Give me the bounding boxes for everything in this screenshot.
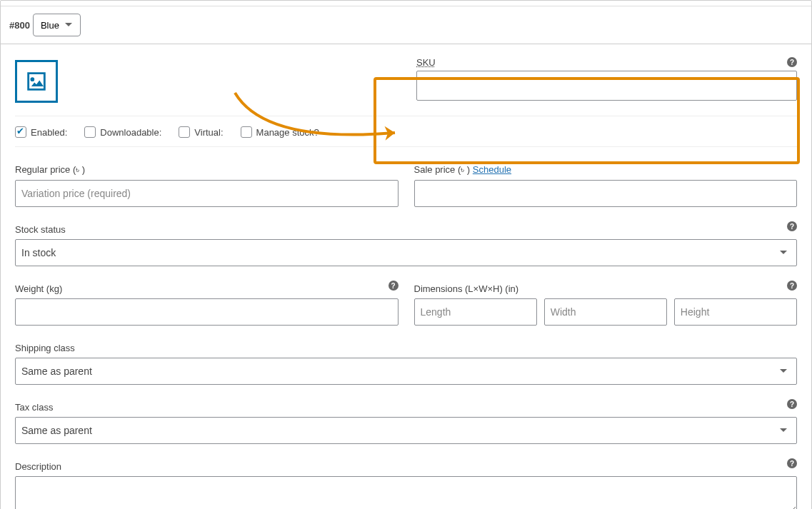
shipping-class-select[interactable]: Same as parent — [15, 358, 797, 385]
image-icon — [24, 69, 49, 94]
dimensions-help-icon[interactable]: ? — [787, 281, 797, 291]
stock-status-select[interactable]: In stock — [15, 239, 797, 266]
dimensions-label: Dimensions (L×W×H) (in) — [414, 283, 798, 294]
tax-class-select[interactable]: Same as parent — [15, 417, 797, 444]
sku-input[interactable] — [416, 71, 797, 101]
description-label: Description — [15, 461, 797, 472]
description-help-icon[interactable]: ? — [787, 458, 797, 468]
manage-stock-checkbox-wrap[interactable]: Manage stock? — [241, 126, 319, 138]
weight-label: Weight (kg) — [15, 283, 399, 294]
virtual-label: Virtual: — [194, 127, 223, 138]
width-input[interactable] — [544, 298, 667, 326]
manage-stock-checkbox[interactable] — [241, 126, 252, 138]
sku-label: SKU — [416, 57, 436, 68]
virtual-checkbox-wrap[interactable]: Virtual: — [179, 126, 223, 138]
manage-stock-label: Manage stock? — [256, 127, 319, 138]
shipping-class-label: Shipping class — [15, 343, 797, 353]
description-textarea[interactable] — [15, 476, 797, 509]
enabled-label: Enabled: — [31, 127, 67, 138]
height-input[interactable] — [674, 298, 797, 326]
downloadable-checkbox-wrap[interactable]: Downloadable: — [84, 126, 161, 138]
stock-status-label: Stock status — [15, 224, 797, 235]
sale-price-input[interactable] — [414, 180, 798, 207]
sku-help-icon[interactable]: ? — [787, 57, 797, 67]
enabled-checkbox-wrap[interactable]: Enabled: — [15, 126, 67, 138]
length-input[interactable] — [414, 298, 537, 326]
weight-input[interactable] — [15, 298, 399, 326]
downloadable-label: Downloadable: — [100, 127, 161, 138]
enabled-checkbox[interactable] — [15, 126, 26, 138]
schedule-link[interactable]: Schedule — [473, 164, 511, 175]
variation-id: #800 — [9, 20, 30, 31]
downloadable-checkbox[interactable] — [84, 126, 96, 138]
stock-status-help-icon[interactable]: ? — [787, 221, 797, 231]
attribute-select[interactable]: Blue — [33, 14, 81, 36]
virtual-checkbox[interactable] — [179, 126, 190, 138]
tax-class-label: Tax class — [15, 402, 797, 413]
weight-help-icon[interactable]: ? — [389, 281, 399, 291]
regular-price-label: Regular price (৳ ) — [15, 164, 399, 176]
variation-image-placeholder[interactable] — [15, 60, 58, 103]
sale-price-label: Sale price (৳ ) Schedule — [414, 164, 798, 176]
tax-class-help-icon[interactable]: ? — [787, 399, 797, 409]
regular-price-input[interactable] — [15, 180, 399, 207]
